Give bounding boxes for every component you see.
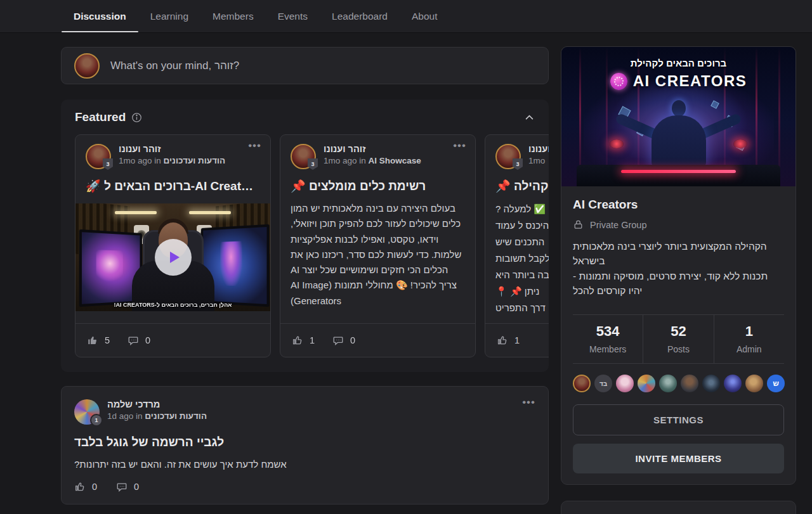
post-meta: 1mo ago in הודעות ועדכונים [119,156,225,165]
post-body: אשמח לדעת איך עושים את זה. והאם יש בזה י… [74,459,535,470]
level-badge: 3 [513,158,523,170]
author-avatar[interactable]: 3 [495,144,521,169]
like-button[interactable]: 1 [292,335,315,346]
member-avatar[interactable] [573,375,591,392]
featured-card-tools[interactable]: 3 זוהר וענונו 1mo ago in AI Showcase •••… [280,134,476,357]
cover-desk [577,165,780,186]
stat-posts[interactable]: 52 Posts [643,315,714,363]
author-name[interactable]: זוהר וענונו [119,144,225,154]
brain-logo-icon [610,73,627,90]
comment-icon [116,481,128,492]
cover-figure [652,115,706,167]
thumbs-up-icon [74,481,86,492]
member-avatar[interactable] [681,375,698,392]
author-name[interactable]: זוהר וענונו [528,144,549,154]
author-name[interactable]: זוהר וענונו [324,144,421,154]
member-avatar[interactable] [659,375,677,392]
member-avatar[interactable]: ש [767,375,785,392]
thumb-light [189,211,231,214]
video-thumbnail[interactable]: אהלן חברים, ברוכים הבאים ל-AI CREATORS! [75,203,270,311]
post-title[interactable]: 🚀 ברוכים הבאים ל-AI Creators! [86,179,260,193]
like-count: 0 [92,482,97,492]
author-avatar[interactable]: 1 [74,399,100,425]
thumbs-up-icon [497,335,508,346]
featured-carousel: 3 זוהר וענונו 1mo ago in הודעות ועדכונים… [61,124,549,357]
group-info-card: ברוכים הבאים לקהילת AI CREATORS AI Creat… [561,46,796,485]
post-menu-icon[interactable]: ••• [522,397,535,408]
tab-events[interactable]: Events [266,0,320,32]
featured-section: Featured 3 זוהר וענונו [61,100,549,372]
chevron-up-icon[interactable] [524,112,535,123]
invite-members-button[interactable]: INVITE MEMBERS [573,444,784,473]
level-badge: 3 [308,158,318,170]
comment-button[interactable]: 0 [116,481,139,492]
post-meta: 1mo ago in AI Showcase [324,156,421,165]
group-description: הקהילה המקצועית ביותר ליוצרי בינה מלאכות… [573,239,784,298]
member-avatar[interactable] [638,375,655,392]
post-menu-icon[interactable]: ••• [248,140,261,151]
tab-members[interactable]: Members [200,0,266,32]
post-menu-icon[interactable]: ••• [453,140,466,151]
space-link[interactable]: AI Showcase [369,156,421,165]
post-composer[interactable]: What's on your mind, זוהר? [61,47,549,84]
post-body: ✅ למעלה ? היכנס ל עמוד התכנים שיש לקבל ת… [495,201,549,316]
like-button[interactable]: 0 [74,481,97,492]
comment-button[interactable]: 0 [128,335,150,346]
comment-icon [128,335,139,346]
post-meta: 1mo [528,156,549,165]
thumbs-up-icon [292,335,303,346]
thumbs-up-icon [87,335,98,346]
like-count: 1 [514,335,520,345]
like-count: 1 [310,335,315,345]
stat-members[interactable]: 534 Members [573,315,643,363]
cover-brand-text: AI CREATORS [633,72,747,90]
group-name: AI Creators [573,198,784,212]
cover-welcome-text: ברוכים הבאים לקהילת [561,58,796,68]
post-title[interactable]: לגביי הרשמה של גוגל בלבד [74,435,535,449]
featured-card-community[interactable]: 3 זוהר וענונו 1mo 📌 קהילה ✅ למעלה ? היכנ… [485,134,549,357]
member-avatar[interactable] [745,375,763,392]
thumb-light [115,211,157,214]
comment-count: 0 [134,482,139,492]
post-title[interactable]: 📌 רשימת כלים מומלצים [291,179,465,193]
author-avatar[interactable]: 3 [86,144,111,169]
featured-card-welcome[interactable]: 3 זוהר וענונו 1mo ago in הודעות ועדכונים… [75,134,271,357]
comment-icon [332,335,344,346]
feed-post[interactable]: 1 מרדכי שלמה 1d ago in הודעות ועדכונים •… [61,386,549,504]
cover-figure [672,100,686,117]
play-button-icon[interactable] [155,239,192,276]
stat-admin[interactable]: 1 Admin [714,315,784,363]
space-link[interactable]: הודעות ועדכונים [164,156,226,165]
composer-prompt: What's on your mind, זוהר? [110,60,239,72]
author-avatar[interactable]: 3 [291,144,316,169]
cover-figure-hand [610,139,624,148]
current-user-avatar[interactable] [74,53,100,79]
tab-learning[interactable]: Learning [138,0,200,32]
post-title[interactable]: 📌 קהילה [495,179,549,193]
info-icon[interactable] [131,112,142,123]
feed-column: What's on your mind, זוהר? Featured 3 [61,33,549,504]
comment-count: 0 [145,335,150,345]
member-avatar[interactable]: בד [594,375,612,392]
member-avatar[interactable] [724,375,742,392]
member-avatar[interactable] [702,375,720,392]
group-cover-image[interactable]: ברוכים הבאים לקהילת AI CREATORS [561,47,796,186]
settings-button[interactable]: SETTINGS [573,404,784,435]
post-meta: 1d ago in הודעות ועדכונים [107,411,207,421]
comment-button[interactable]: 0 [332,335,355,346]
member-avatar-row: בד ש [573,375,784,392]
tab-about[interactable]: About [400,0,450,32]
post-body: בעולם היצירה עם בינה מלאכותית יש המון כל… [291,201,465,309]
leaderboard-card: Leaderboard (30-days) [561,501,796,514]
space-link[interactable]: הודעות ועדכונים [145,411,207,421]
member-avatar[interactable] [616,375,634,392]
tab-discussion[interactable]: Discussion [62,0,138,32]
tab-leaderboard[interactable]: Leaderboard [320,0,400,32]
like-button[interactable]: 1 [497,335,520,346]
author-name[interactable]: מרדכי שלמה [107,399,207,409]
like-button[interactable]: 5 [87,335,110,346]
level-badge: 1 [90,414,103,427]
lock-icon [573,219,584,230]
level-badge: 3 [103,158,113,170]
group-sidebar: ברוכים הבאים לקהילת AI CREATORS AI Creat… [561,33,796,514]
